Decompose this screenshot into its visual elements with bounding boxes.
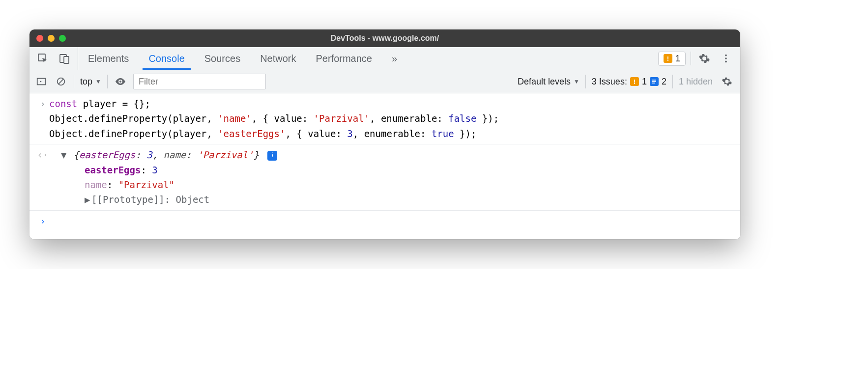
tab-label: Console <box>148 53 184 64</box>
zoom-window-button[interactable] <box>59 35 66 42</box>
warning-icon: ! <box>630 77 639 86</box>
main-tabbar: Elements Console Sources Network Perform… <box>29 47 740 70</box>
minimize-window-button[interactable] <box>48 35 55 42</box>
info-icon[interactable]: i <box>267 151 277 161</box>
tabbar-right-tools: ! 1 <box>652 47 740 70</box>
output-marker-icon: ‹· <box>36 147 49 207</box>
live-expression-icon[interactable] <box>114 73 127 90</box>
levels-label: Default levels <box>518 77 571 87</box>
svg-point-3 <box>725 55 727 56</box>
property-value: 3 <box>152 165 157 175</box>
divider <box>672 75 673 88</box>
overflow-label: » <box>392 53 397 64</box>
kebab-menu-icon[interactable] <box>718 50 734 67</box>
tab-network[interactable]: Network <box>250 47 306 70</box>
console-settings-icon[interactable] <box>719 73 735 90</box>
issues-count: 1 <box>675 54 680 64</box>
proto-key: [[Prototype]] <box>91 194 165 205</box>
tab-performance[interactable]: Performance <box>306 47 382 70</box>
property-line[interactable]: easterEggs: 3 <box>61 163 277 177</box>
filter-input[interactable] <box>133 74 266 89</box>
svg-point-5 <box>725 61 727 63</box>
divider <box>691 52 691 65</box>
object-summary-line[interactable]: ▼ {easterEggs: 3, name: 'Parzival'} i <box>61 147 277 162</box>
code-input: const player = {}; Object.defineProperty… <box>49 96 499 141</box>
console-toolbar: top ▼ Default levels ▼ 3 Issues: ! 1 2 1… <box>29 70 740 93</box>
window-controls <box>29 35 66 42</box>
property-key: name <box>85 179 107 190</box>
divider <box>107 75 108 88</box>
warn-count: 1 <box>642 77 647 87</box>
caret-down-icon: ▼ <box>61 147 68 162</box>
input-marker-icon: › <box>36 96 49 141</box>
info-icon <box>650 77 659 86</box>
settings-icon[interactable] <box>696 50 713 67</box>
prompt-marker-icon: › <box>36 214 49 228</box>
inspect-element-icon[interactable] <box>34 50 51 67</box>
svg-line-8 <box>58 79 63 84</box>
clear-console-icon[interactable] <box>54 73 68 90</box>
titlebar: DevTools - www.google.com/ <box>29 29 740 47</box>
prototype-line[interactable]: ▶[[Prototype]]: Object <box>61 192 277 207</box>
tab-label: Sources <box>204 53 240 64</box>
warning-icon: ! <box>664 54 672 63</box>
info-count: 2 <box>662 77 666 87</box>
devtools-window: DevTools - www.google.com/ Elements Cons… <box>29 29 740 239</box>
issues-badge[interactable]: ! 1 <box>658 52 686 66</box>
proto-value: Object <box>176 194 210 205</box>
console-input-row: › const player = {}; Object.defineProper… <box>29 95 740 142</box>
tabs: Elements Console Sources Network Perform… <box>78 47 407 70</box>
tab-label: Network <box>260 53 296 64</box>
toggle-sidebar-icon[interactable] <box>34 73 48 90</box>
hidden-messages: 1 hidden <box>679 77 713 87</box>
chevron-down-icon: ▼ <box>574 78 579 85</box>
tabs-overflow[interactable]: » <box>382 47 407 70</box>
context-label: top <box>80 77 92 87</box>
chevron-down-icon: ▼ <box>95 78 101 85</box>
svg-point-9 <box>119 81 121 83</box>
separator <box>29 210 740 211</box>
close-window-button[interactable] <box>36 35 43 42</box>
console-prompt-row[interactable]: › <box>29 213 740 229</box>
tab-console[interactable]: Console <box>139 47 194 70</box>
console-body: › const player = {}; Object.defineProper… <box>29 93 740 239</box>
object-summary: {easterEggs: 3, name: 'Parzival'} <box>73 149 259 160</box>
tab-sources[interactable]: Sources <box>195 47 250 70</box>
separator <box>29 144 740 144</box>
window-title: DevTools - www.google.com/ <box>29 34 740 43</box>
issues-label: 3 Issues: <box>592 77 627 87</box>
tab-label: Performance <box>316 53 373 64</box>
svg-rect-2 <box>64 56 69 63</box>
issues-summary[interactable]: 3 Issues: ! 1 2 <box>592 77 666 87</box>
svg-point-4 <box>725 57 727 59</box>
console-output-row: ‹· ▼ {easterEggs: 3, name: 'Parzival'} i… <box>29 146 740 208</box>
tab-elements[interactable]: Elements <box>78 47 139 70</box>
property-value: "Parzival" <box>118 179 174 190</box>
context-selector[interactable]: top ▼ <box>80 77 101 87</box>
divider <box>74 75 74 88</box>
tab-label: Elements <box>88 53 129 64</box>
divider <box>585 75 586 88</box>
tabbar-left-tools <box>29 47 78 70</box>
device-toolbar-icon[interactable] <box>56 50 73 67</box>
output-content: ▼ {easterEggs: 3, name: 'Parzival'} i ea… <box>49 147 277 207</box>
log-levels-selector[interactable]: Default levels ▼ <box>518 77 579 87</box>
property-line-nonenumerable[interactable]: name: "Parzival" <box>61 177 277 192</box>
caret-right-icon: ▶ <box>85 192 91 207</box>
property-key: easterEggs <box>85 165 141 175</box>
